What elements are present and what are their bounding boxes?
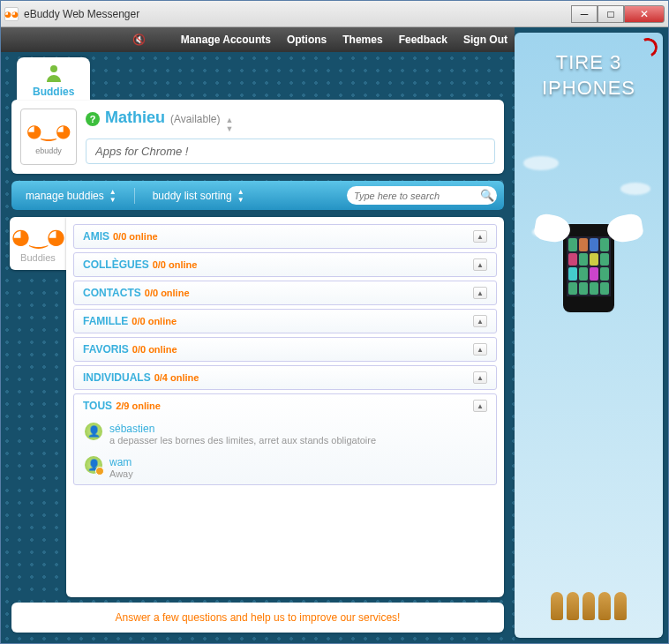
cloud-icon <box>620 183 650 195</box>
group-count: 2/9 online <box>116 401 161 411</box>
group-header[interactable]: TOUS 2/9 online ▲ <box>74 394 496 417</box>
group-header[interactable]: INDIVIDUALS 0/4 online ▲ <box>74 366 496 389</box>
collapse-icon[interactable]: ▲ <box>473 230 487 243</box>
group-header[interactable]: FAVORIS 0/0 online ▲ <box>74 338 496 361</box>
side-tab-buddies[interactable]: ◕‿◕ Buddies <box>10 217 66 270</box>
buddy-status-text: Away <box>109 468 133 479</box>
buddy-group: INDIVIDUALS 0/4 online ▲ <box>73 365 497 390</box>
app-window: ◕◕ eBuddy Web Messenger ─ □ ✕ 🔇 Manage A… <box>0 0 669 644</box>
group-name: FAMILLE <box>83 315 128 327</box>
group-name: INDIVIDUALS <box>83 371 151 384</box>
group-count: 0/0 online <box>113 231 158 242</box>
buddy-info: sébastien a depasser les bornes des limi… <box>109 423 376 446</box>
bullet-icon <box>614 592 627 620</box>
ebuddy-logo-icon: ◕‿◕ <box>26 224 50 249</box>
buddy-group: TOUS 2/9 online ▲ 👤 sébastien a depasser… <box>73 393 497 485</box>
bullet-icon <box>551 592 563 620</box>
buddy-info: wam Away <box>109 456 133 479</box>
separator <box>134 188 135 204</box>
group-name: TOUS <box>83 400 112 412</box>
group-count: 0/0 online <box>153 259 198 270</box>
profile-name: Mathieu <box>105 109 165 127</box>
top-menu: 🔇 Manage Accounts Options Themes Feedbac… <box>1 27 515 52</box>
buddy-group: COLLÈGUES 0/0 online ▲ <box>73 252 497 277</box>
search-box[interactable]: 🔍 <box>347 186 497 205</box>
status-dropdown-icon[interactable]: ▲▼ <box>226 116 234 133</box>
group-count: 0/0 online <box>145 288 190 298</box>
collapse-icon[interactable]: ▲ <box>473 343 487 356</box>
manage-buddies-label: manage buddies <box>26 190 104 202</box>
menu-signout[interactable]: Sign Out <box>463 34 507 46</box>
phone-screen <box>567 236 611 296</box>
maximize-button[interactable]: □ <box>598 5 624 23</box>
footer-banner[interactable]: Answer a few questions and help us to im… <box>11 603 504 633</box>
content-row: ◕‿◕ Buddies AMIS 0/0 online ▲ COLLÈGUES … <box>6 217 509 597</box>
cloud-icon <box>523 156 559 170</box>
window-title: eBuddy Web Messenger <box>24 8 571 20</box>
collapse-icon[interactable]: ▲ <box>473 258 487 271</box>
sorting-button[interactable]: buddy list sorting ▲▼ <box>146 188 252 204</box>
minimize-button[interactable]: ─ <box>571 5 598 23</box>
ad-swirl-icon <box>635 35 660 60</box>
volume-icon[interactable]: 🔇 <box>132 34 146 46</box>
collapse-icon[interactable]: ▲ <box>473 287 487 299</box>
buddy-group: FAMILLE 0/0 online ▲ <box>73 309 497 333</box>
group-name: AMIS <box>83 230 109 243</box>
dropdown-icon: ▲▼ <box>109 188 117 204</box>
person-icon <box>41 63 66 84</box>
buddy-list-panel[interactable]: AMIS 0/0 online ▲ COLLÈGUES 0/0 online ▲… <box>66 217 504 597</box>
status-message-input[interactable] <box>86 139 495 164</box>
profile-name-row[interactable]: ? Mathieu (Available) ▲▼ <box>86 109 495 133</box>
sorting-label: buddy list sorting <box>153 190 232 202</box>
bullet-icon <box>583 592 595 620</box>
search-icon[interactable]: 🔍 <box>480 189 494 202</box>
footer-text: Answer a few questions and help us to im… <box>116 611 401 624</box>
group-header[interactable]: COLLÈGUES 0/0 online ▲ <box>74 253 496 276</box>
group-name: FAVORIS <box>83 343 129 356</box>
app-body: 🔇 Manage Accounts Options Themes Feedbac… <box>1 27 668 643</box>
buddy-name: sébastien <box>109 423 376 435</box>
group-name: COLLÈGUES <box>83 258 149 271</box>
collapse-icon[interactable]: ▲ <box>473 371 487 384</box>
svg-point-0 <box>50 65 57 72</box>
group-header[interactable]: AMIS 0/0 online ▲ <box>74 225 496 248</box>
profile-status-label: (Available) <box>170 113 220 125</box>
app-icon: ◕◕ <box>4 7 19 21</box>
collapse-icon[interactable]: ▲ <box>473 400 487 412</box>
buddy-row[interactable]: 👤 wam Away <box>74 451 496 484</box>
buddy-name: wam <box>109 456 133 468</box>
buddy-group: FAVORIS 0/0 online ▲ <box>73 337 497 362</box>
ad-text: TIRE 3 IPHONES <box>542 50 635 101</box>
group-header[interactable]: CONTACTS 0/0 online ▲ <box>74 281 496 304</box>
avatar[interactable]: ◕‿◕ ebuddy <box>20 109 77 165</box>
menu-manage-accounts[interactable]: Manage Accounts <box>181 34 271 46</box>
tab-buddies[interactable]: Buddies <box>17 57 90 100</box>
ad-phone <box>563 224 614 312</box>
buddy-presence-icon: 👤 <box>85 423 102 440</box>
side-tab-label: Buddies <box>20 252 56 263</box>
buddy-row[interactable]: 👤 sébastien a depasser les bornes des li… <box>74 417 496 451</box>
manage-buddies-button[interactable]: manage buddies ▲▼ <box>19 188 124 204</box>
collapse-icon[interactable]: ▲ <box>473 315 487 327</box>
ad-banner[interactable]: TIRE 3 IPHONES <box>515 33 663 638</box>
group-count: 0/4 online <box>154 372 199 383</box>
phone-icon <box>563 224 614 312</box>
buddy-status-text: a depasser les bornes des limites, arret… <box>109 435 376 446</box>
main-column: 🔇 Manage Accounts Options Themes Feedbac… <box>1 27 515 643</box>
profile-panel: ◕‿◕ ebuddy ? Mathieu (Available) ▲▼ <box>11 100 504 174</box>
window-controls: ─ □ ✕ <box>571 5 665 23</box>
status-available-icon: ? <box>86 112 100 126</box>
menu-options[interactable]: Options <box>287 34 327 46</box>
menu-themes[interactable]: Themes <box>342 34 382 46</box>
dropdown-icon: ▲▼ <box>237 188 244 204</box>
group-count: 0/0 online <box>132 344 177 355</box>
tab-row: Buddies <box>17 57 509 100</box>
search-input[interactable] <box>354 191 477 201</box>
group-count: 0/0 online <box>132 316 177 326</box>
close-button[interactable]: ✕ <box>624 5 665 23</box>
bullet-icon <box>598 592 611 620</box>
titlebar[interactable]: ◕◕ eBuddy Web Messenger ─ □ ✕ <box>1 1 668 27</box>
group-name: CONTACTS <box>83 287 141 299</box>
menu-feedback[interactable]: Feedback <box>399 34 447 46</box>
group-header[interactable]: FAMILLE 0/0 online ▲ <box>74 310 496 333</box>
